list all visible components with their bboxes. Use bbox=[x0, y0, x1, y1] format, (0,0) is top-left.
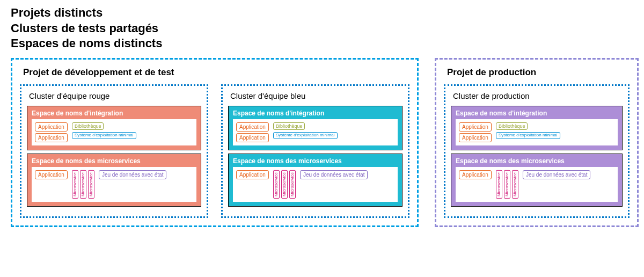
dataset-box: Jeu de données avec état bbox=[300, 170, 368, 179]
application-box: Application bbox=[236, 170, 269, 179]
title-line-1: Projets distincts bbox=[11, 5, 633, 21]
application-box: Application bbox=[35, 170, 68, 179]
ns-integration-teal: Espace de noms d'intégration Application… bbox=[228, 106, 402, 150]
microservice-row: Microservice Microservice Microservice bbox=[72, 170, 94, 199]
ns-microservices-label: Espace de noms des microservices bbox=[32, 157, 196, 165]
ns-integration-red: Espace de noms d'intégration Application… bbox=[27, 106, 201, 150]
library-box: Bibliothèque bbox=[496, 122, 528, 130]
os-box: Système d'exploitation minimal bbox=[72, 132, 136, 139]
ns-integration-label: Espace de noms d'intégration bbox=[32, 110, 196, 117]
ns-microservices-inner: Application Microservice Microservice Mi… bbox=[32, 167, 196, 202]
prod-clusters-row: Cluster de production Espace de noms d'i… bbox=[444, 84, 630, 218]
application-box: Application bbox=[35, 133, 68, 142]
microservice-box: Microservice bbox=[281, 170, 288, 199]
microservice-row: Microservice Microservice Microservice bbox=[273, 170, 296, 199]
ns-microservices-teal: Espace de noms des microservices Applica… bbox=[228, 154, 402, 207]
app-column: Application Application bbox=[236, 122, 269, 142]
library-box: Bibliothèque bbox=[273, 122, 305, 130]
project-prod-title: Projet de production bbox=[447, 67, 630, 78]
application-box: Application bbox=[459, 133, 492, 142]
ns-microservices-inner: Application Microservice Microservice Mi… bbox=[456, 167, 618, 202]
dev-clusters-row: Cluster d'équipe rouge Espace de noms d'… bbox=[20, 84, 409, 218]
ns-microservices-label: Espace de noms des microservices bbox=[233, 157, 398, 165]
ns-integration-purple: Espace de noms d'intégration Application… bbox=[451, 106, 623, 150]
title-line-3: Espaces de noms distincts bbox=[11, 36, 633, 52]
microservice-box: Microservice bbox=[512, 170, 518, 199]
app-column: Application Application bbox=[459, 122, 492, 142]
application-box: Application bbox=[236, 122, 269, 132]
application-box: Application bbox=[35, 122, 68, 132]
project-dev: Projet de développement et de test Clust… bbox=[11, 58, 419, 227]
project-dev-title: Projet de développement et de test bbox=[23, 67, 409, 78]
application-box: Application bbox=[236, 133, 269, 142]
right-column: Bibliothèque Système d'exploitation mini… bbox=[273, 122, 338, 139]
cluster-red: Cluster d'équipe rouge Espace de noms d'… bbox=[20, 84, 208, 218]
microservice-box: Microservice bbox=[504, 170, 510, 199]
projects-row: Projet de développement et de test Clust… bbox=[11, 58, 633, 227]
cluster-blue: Cluster d'équipe bleu Espace de noms d'i… bbox=[221, 84, 409, 218]
ns-integration-inner: Application Application Bibliothèque Sys… bbox=[456, 119, 618, 145]
ns-integration-label: Espace de noms d'intégration bbox=[456, 110, 618, 117]
ns-integration-inner: Application Application Bibliothèque Sys… bbox=[233, 119, 398, 145]
ns-integration-label: Espace de noms d'intégration bbox=[233, 110, 398, 117]
cluster-blue-title: Cluster d'équipe bleu bbox=[230, 91, 402, 100]
dataset-box: Jeu de données avec état bbox=[99, 170, 167, 179]
ns-microservices-inner: Application Microservice Microservice Mi… bbox=[233, 167, 398, 202]
right-column: Bibliothèque Système d'exploitation mini… bbox=[496, 122, 560, 139]
ns-microservices-label: Espace de noms des microservices bbox=[456, 157, 618, 165]
ns-integration-inner: Application Application Bibliothèque Sys… bbox=[32, 119, 196, 145]
application-box: Application bbox=[459, 170, 492, 179]
microservice-box: Microservice bbox=[496, 170, 502, 199]
ns-microservices-purple: Espace de noms des microservices Applica… bbox=[451, 154, 623, 207]
microservice-box: Microservice bbox=[273, 170, 280, 199]
app-column: Application Application bbox=[35, 122, 68, 142]
microservice-box: Microservice bbox=[72, 170, 78, 199]
right-column: Bibliothèque Système d'exploitation mini… bbox=[72, 122, 136, 139]
dataset-box: Jeu de données avec état bbox=[523, 170, 591, 179]
cluster-red-title: Cluster d'équipe rouge bbox=[29, 91, 201, 100]
diagram-title-block: Projets distincts Clusters de tests part… bbox=[11, 5, 633, 52]
project-prod: Projet de production Cluster de producti… bbox=[435, 58, 639, 227]
cluster-prod-title: Cluster de production bbox=[453, 91, 623, 100]
application-box: Application bbox=[459, 122, 492, 132]
library-box: Bibliothèque bbox=[72, 122, 104, 130]
os-box: Système d'exploitation minimal bbox=[273, 132, 338, 139]
microservice-box: Microservice bbox=[289, 170, 296, 199]
ns-microservices-red: Espace de noms des microservices Applica… bbox=[27, 154, 201, 207]
os-box: Système d'exploitation minimal bbox=[496, 132, 560, 139]
microservice-row: Microservice Microservice Microservice bbox=[496, 170, 518, 199]
microservice-box: Microservice bbox=[88, 170, 94, 199]
microservice-box: Microservice bbox=[80, 170, 86, 199]
cluster-prod: Cluster de production Espace de noms d'i… bbox=[444, 84, 630, 218]
title-line-2: Clusters de tests partagés bbox=[11, 21, 633, 37]
